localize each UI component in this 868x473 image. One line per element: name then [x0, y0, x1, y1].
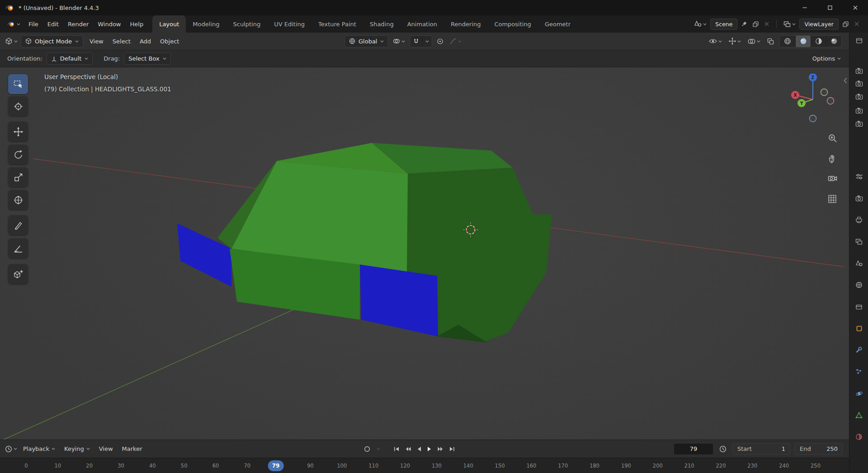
pivot-point-dropdown[interactable]: [392, 37, 406, 45]
workspace-tab[interactable]: Animation: [401, 15, 444, 33]
proportional-falloff-dropdown[interactable]: [448, 37, 463, 45]
tool-add-cube[interactable]: [8, 264, 28, 284]
tab-object[interactable]: [854, 323, 864, 334]
playback-menu[interactable]: Playback: [19, 443, 60, 455]
rail-camera-icon-5[interactable]: [854, 118, 864, 129]
tab-view-layer[interactable]: [854, 236, 864, 247]
tab-particles[interactable]: [854, 366, 864, 377]
workspace-tab[interactable]: Rendering: [444, 15, 487, 33]
timeline-view-menu[interactable]: View: [94, 443, 118, 455]
new-viewlayer-button[interactable]: [841, 20, 850, 28]
viewlayer-name-field[interactable]: ViewLayer: [799, 19, 839, 30]
workspace-tab[interactable]: Texture Paint: [311, 15, 363, 33]
maximize-button[interactable]: [817, 0, 843, 15]
playhead-current-frame[interactable]: 79: [268, 460, 284, 471]
tab-world[interactable]: [854, 279, 864, 290]
proportional-edit-toggle[interactable]: [435, 37, 445, 46]
navigation-gizmo[interactable]: Z X Y: [791, 74, 835, 123]
menu-item[interactable]: Edit: [43, 18, 63, 30]
new-scene-button[interactable]: [751, 20, 760, 28]
keying-menu[interactable]: Keying: [60, 443, 94, 455]
workspace-tab[interactable]: Modeling: [186, 15, 226, 33]
menu-item[interactable]: Window: [93, 18, 125, 30]
workspace-tab[interactable]: Shading: [363, 15, 401, 33]
viewport-menu-item[interactable]: View: [85, 35, 108, 47]
remove-viewlayer-button[interactable]: [853, 20, 861, 28]
properties-editor-button[interactable]: [854, 35, 864, 46]
snap-toggle[interactable]: [410, 36, 422, 47]
workspace-tab[interactable]: Sculpting: [226, 15, 267, 33]
tab-material[interactable]: [854, 431, 864, 442]
tab-tool[interactable]: [854, 171, 864, 182]
visibility-dropdown[interactable]: [708, 38, 723, 45]
toggle-grid-button[interactable]: [826, 193, 839, 205]
minimize-button[interactable]: [792, 0, 817, 15]
marker-menu[interactable]: Marker: [118, 443, 147, 455]
menu-item[interactable]: Help: [126, 18, 148, 30]
tab-modifiers[interactable]: [854, 345, 864, 355]
menu-item[interactable]: Render: [63, 18, 93, 30]
options-dropdown[interactable]: Options: [812, 55, 842, 62]
pan-hand-button[interactable]: [826, 152, 839, 165]
3d-viewport[interactable]: User Perspective (Local) (79) Collection…: [0, 67, 849, 440]
preview-range-toggle[interactable]: [718, 445, 728, 454]
rail-camera-icon-4[interactable]: [854, 105, 864, 116]
zoom-button[interactable]: [826, 132, 839, 144]
camera-view-button[interactable]: [826, 172, 839, 184]
tab-physics[interactable]: [854, 388, 864, 399]
editor-type-button[interactable]: [4, 37, 19, 46]
tab-collection[interactable]: [854, 301, 864, 312]
viewport-menu-item[interactable]: Select: [108, 35, 135, 47]
xray-toggle[interactable]: [766, 37, 775, 46]
previous-keyframe-button[interactable]: [405, 446, 411, 452]
browse-scene-button[interactable]: [693, 19, 708, 28]
jump-to-end-button[interactable]: [449, 446, 455, 452]
rail-camera-icon-1[interactable]: [854, 65, 864, 76]
play-button[interactable]: [427, 446, 432, 452]
play-reverse-button[interactable]: [416, 446, 422, 452]
gizmos-dropdown[interactable]: [727, 37, 742, 46]
tab-object-data[interactable]: [854, 410, 864, 421]
auto-keying-toggle[interactable]: [363, 445, 372, 453]
close-button[interactable]: [843, 0, 868, 15]
scene-name-field[interactable]: Scene: [710, 19, 737, 30]
next-keyframe-button[interactable]: [437, 446, 444, 452]
start-frame-field[interactable]: Start 1: [732, 443, 790, 455]
tab-scene[interactable]: [854, 258, 864, 269]
shading-solid-button[interactable]: [795, 36, 811, 47]
orientation-default-dropdown[interactable]: Default: [47, 52, 93, 65]
shading-wireframe-button[interactable]: [780, 36, 795, 47]
orientation-dropdown[interactable]: Global: [344, 35, 388, 47]
tool-rotate[interactable]: [8, 145, 28, 165]
tool-scale[interactable]: [8, 167, 28, 187]
unlink-scene-button[interactable]: [763, 20, 771, 28]
tool-move[interactable]: [8, 122, 28, 142]
viewport-menu-item[interactable]: Add: [135, 35, 156, 47]
sidebar-toggle-arrow[interactable]: [844, 77, 847, 84]
jump-to-start-button[interactable]: [393, 446, 400, 452]
shading-rendered-button[interactable]: [826, 36, 841, 47]
pin-scene-button[interactable]: [740, 20, 749, 28]
tab-output[interactable]: [854, 214, 864, 225]
tool-cursor[interactable]: [8, 96, 28, 116]
snap-settings-dropdown[interactable]: [422, 36, 432, 47]
tool-annotate[interactable]: [8, 215, 28, 235]
browse-viewlayer-button[interactable]: [782, 20, 797, 28]
workspace-tab[interactable]: Geometry Nodes: [538, 15, 571, 33]
end-frame-field[interactable]: End 250: [795, 443, 843, 455]
workspace-tab[interactable]: Layout: [152, 15, 186, 33]
tool-transform[interactable]: [8, 190, 28, 210]
tool-measure[interactable]: [8, 238, 28, 258]
tool-select-box[interactable]: [8, 74, 28, 94]
overlays-dropdown[interactable]: [746, 38, 762, 45]
workspace-tab[interactable]: Compositing: [487, 15, 538, 33]
rail-camera-icon-3[interactable]: [854, 91, 864, 102]
drag-mode-dropdown[interactable]: Select Box: [124, 52, 170, 65]
workspace-tab[interactable]: UV Editing: [267, 15, 311, 33]
timeline-ruler[interactable]: 79 0102030405060708090100110120130140150…: [0, 458, 849, 473]
shading-material-button[interactable]: [811, 36, 826, 47]
timeline-editor-type-button[interactable]: [4, 445, 19, 454]
current-frame-field[interactable]: 79: [674, 443, 713, 455]
blender-menu-button[interactable]: [4, 15, 24, 33]
rail-camera-icon-2[interactable]: [854, 78, 864, 89]
